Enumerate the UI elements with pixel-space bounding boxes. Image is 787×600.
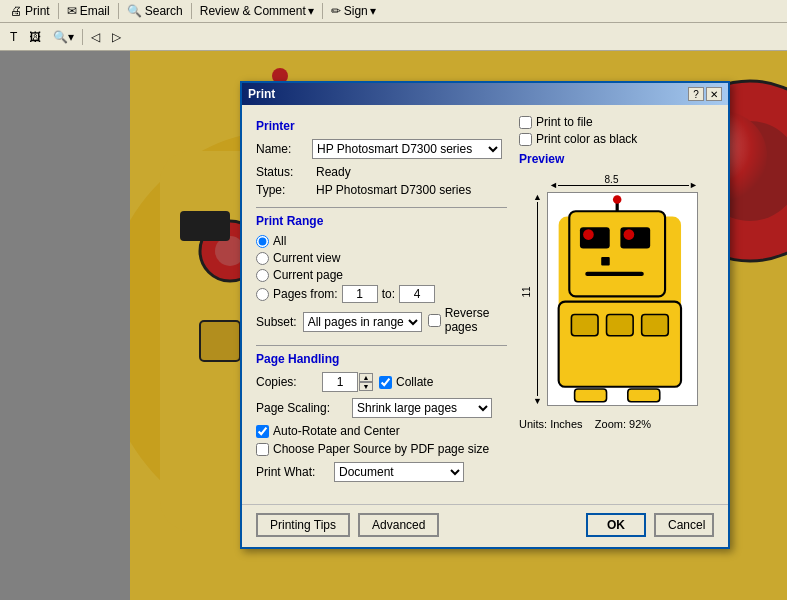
- all-radio-row: All: [256, 234, 507, 248]
- dialog-right: Print to file Print color as black Previ…: [519, 115, 714, 490]
- collate-label: Collate: [396, 375, 433, 389]
- divider-1: [256, 207, 507, 208]
- print-toolbar-btn[interactable]: 🖨 Print: [4, 1, 56, 21]
- zoom-icon: 🔍: [53, 30, 68, 44]
- spinner-down[interactable]: ▼: [359, 382, 373, 391]
- page-next-icon: ▷: [112, 30, 121, 44]
- pages-to-label: to:: [382, 287, 395, 301]
- all-radio[interactable]: [256, 235, 269, 248]
- printer-select[interactable]: HP Photosmart D7300 series: [312, 139, 502, 159]
- toolbar-sep-2: [118, 3, 119, 19]
- svg-point-21: [583, 229, 594, 240]
- content-area: Print ? ✕ Printer Name: HP: [130, 51, 787, 600]
- svg-rect-24: [585, 272, 644, 276]
- email-toolbar-icon: ✉: [67, 4, 77, 18]
- page-handling-header: Page Handling: [256, 352, 507, 366]
- left-sidebar: [0, 51, 130, 600]
- h-arrow-left: ◄: [549, 180, 558, 190]
- preview-label: Preview: [519, 152, 714, 166]
- search-toolbar-btn[interactable]: 🔍 Search: [121, 1, 189, 21]
- print-dialog: Print ? ✕ Printer Name: HP: [240, 81, 730, 549]
- subset-select[interactable]: All pages in range: [303, 312, 422, 332]
- collate-checkbox[interactable]: [379, 376, 392, 389]
- ok-button[interactable]: OK: [586, 513, 646, 537]
- text-btn[interactable]: T: [4, 27, 23, 47]
- h-ruler-line: [558, 185, 689, 186]
- page-next-btn[interactable]: ▷: [106, 27, 127, 47]
- reverse-pages-label: Reverse pages: [445, 306, 507, 334]
- print-what-label: Print What:: [256, 465, 328, 479]
- h-ruler: ◄ ►: [549, 180, 698, 190]
- current-page-radio-row: Current page: [256, 268, 507, 282]
- svg-point-26: [613, 195, 622, 204]
- help-button[interactable]: ?: [688, 87, 704, 101]
- print-what-select[interactable]: Document: [334, 462, 464, 482]
- page-prev-btn[interactable]: ◁: [85, 27, 106, 47]
- dialog-left: Printer Name: HP Photosmart D7300 series…: [256, 115, 507, 490]
- h-arrow-right: ►: [689, 180, 698, 190]
- spinner-up[interactable]: ▲: [359, 373, 373, 382]
- text-icon: T: [10, 30, 17, 44]
- print-to-file-checkbox[interactable]: [519, 116, 532, 129]
- svg-rect-17: [569, 211, 665, 296]
- current-view-radio[interactable]: [256, 252, 269, 265]
- sign-toolbar-btn[interactable]: ✏ Sign ▾: [325, 1, 382, 21]
- zoom-btn[interactable]: 🔍 ▾: [47, 27, 80, 47]
- print-color-as-black-label: Print color as black: [536, 132, 637, 146]
- svg-rect-32: [628, 389, 660, 402]
- choose-paper-label: Choose Paper Source by PDF page size: [273, 442, 489, 456]
- print-range-header: Print Range: [256, 214, 507, 228]
- search-toolbar-label: Search: [145, 4, 183, 18]
- choose-paper-checkbox[interactable]: [256, 443, 269, 456]
- current-page-radio[interactable]: [256, 269, 269, 282]
- v-arrow-bottom: ▼: [533, 396, 542, 406]
- pages-from-input[interactable]: [342, 285, 378, 303]
- printing-tips-button[interactable]: Printing Tips: [256, 513, 350, 537]
- scaling-label: Page Scaling:: [256, 401, 346, 415]
- reverse-pages-checkbox[interactable]: [428, 314, 441, 327]
- printer-name-row: Name: HP Photosmart D7300 series: [256, 139, 507, 159]
- copies-input[interactable]: [322, 372, 358, 392]
- auto-rotate-checkbox[interactable]: [256, 425, 269, 438]
- preview-container: ◄ ► 8.5 ▲ ▼ 11: [519, 172, 704, 412]
- print-color-as-black-row: Print color as black: [519, 132, 714, 146]
- page-prev-icon: ◁: [91, 30, 100, 44]
- email-toolbar-label: Email: [80, 4, 110, 18]
- close-button[interactable]: ✕: [706, 87, 722, 101]
- preview-info: Units: Inches Zoom: 92%: [519, 418, 714, 430]
- email-toolbar-btn[interactable]: ✉ Email: [61, 1, 116, 21]
- footer-right: OK Cancel: [586, 513, 714, 537]
- v-ruler: ▲ ▼: [533, 192, 542, 406]
- zoom-label: Zoom: 92%: [595, 418, 651, 430]
- preview-svg: [548, 193, 697, 405]
- advanced-button[interactable]: Advanced: [358, 513, 439, 537]
- print-color-as-black-checkbox[interactable]: [519, 133, 532, 146]
- svg-rect-31: [575, 389, 607, 402]
- svg-rect-28: [571, 314, 598, 335]
- printer-section: Printer Name: HP Photosmart D7300 series…: [256, 119, 507, 197]
- type-row: Type: HP Photosmart D7300 series: [256, 183, 507, 197]
- image-btn[interactable]: 🖼: [23, 27, 47, 47]
- sign-toolbar-label: Sign: [344, 4, 368, 18]
- toolbar2-sep: [82, 29, 83, 45]
- dialog-titlebar: Print ? ✕: [242, 83, 728, 105]
- toolbar-sep-4: [322, 3, 323, 19]
- scaling-row: Page Scaling: Shrink large pages: [256, 398, 507, 418]
- print-to-file-row: Print to file: [519, 115, 714, 129]
- h-dim-label: 8.5: [605, 174, 619, 185]
- toolbar-sep-1: [58, 3, 59, 19]
- v-ruler-line: [537, 202, 538, 396]
- titlebar-buttons: ? ✕: [688, 87, 722, 101]
- svg-rect-23: [601, 257, 610, 266]
- main-area: Print ? ✕ Printer Name: HP: [0, 51, 787, 600]
- scaling-select[interactable]: Shrink large pages: [352, 398, 492, 418]
- pages-to-input[interactable]: [399, 285, 435, 303]
- cancel-button[interactable]: Cancel: [654, 513, 714, 537]
- pages-radio[interactable]: [256, 288, 269, 301]
- page-handling-section: Page Handling Copies: ▲ ▼: [256, 352, 507, 482]
- collate-row: Collate: [379, 375, 433, 389]
- units-label: Units: Inches: [519, 418, 583, 430]
- review-toolbar-btn[interactable]: Review & Comment ▾: [194, 1, 320, 21]
- toolbar-sep-3: [191, 3, 192, 19]
- type-label: Type:: [256, 183, 316, 197]
